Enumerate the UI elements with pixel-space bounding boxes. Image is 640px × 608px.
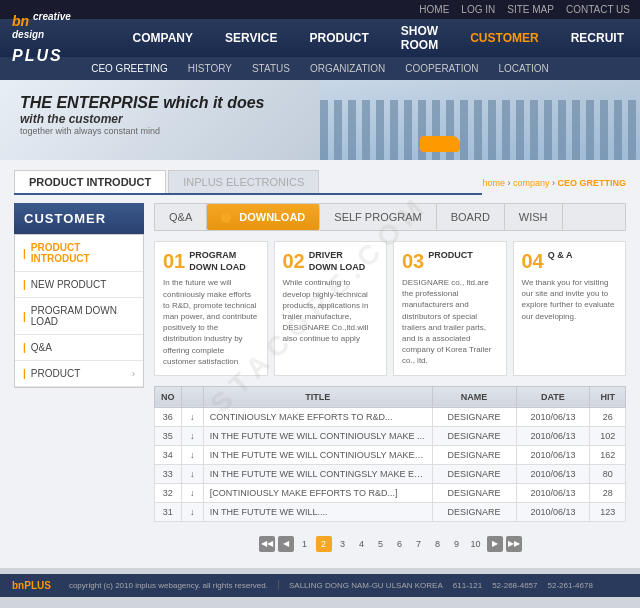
hero-car	[420, 136, 460, 152]
cell-hit: 28	[590, 483, 626, 502]
page-1[interactable]: 1	[297, 536, 313, 552]
nav-product[interactable]: PRODUCT	[294, 19, 385, 57]
table-row[interactable]: 32 ↓ [CONTINIOUSLY MAKE EFFORTS TO R&D..…	[155, 483, 626, 502]
pagination-first[interactable]: ◀◀	[259, 536, 275, 552]
sidebar-menu: PRODUCT INTRODUCT NEW PRODUCT PROGRAM DO…	[14, 234, 144, 388]
hero-heading: THE ENTERPRISE which it does	[20, 94, 620, 112]
download-icon[interactable]: ↓	[181, 464, 203, 483]
footer-fax: 52-261-4678	[548, 581, 593, 590]
cell-hit: 162	[590, 445, 626, 464]
top-nav-sitemap[interactable]: SITE MAP	[507, 4, 554, 15]
info-box-num-2: 02	[283, 250, 305, 273]
cell-no: 31	[155, 502, 182, 521]
table-row[interactable]: 35 ↓ IN THE FUTUTE WE WILL CONTINIOUSLY …	[155, 426, 626, 445]
subnav-status[interactable]: STATUS	[252, 63, 290, 74]
page-5[interactable]: 5	[373, 536, 389, 552]
nav-company[interactable]: COMPANY	[117, 19, 209, 57]
info-box-product: 03 PRODUCT DESIGNARE co., ltd.are the pr…	[393, 241, 507, 376]
tab-wish[interactable]: WISH	[505, 204, 563, 230]
pagination-next[interactable]: ▶	[487, 536, 503, 552]
page-9[interactable]: 9	[449, 536, 465, 552]
page-3[interactable]: 3	[335, 536, 351, 552]
page-4[interactable]: 4	[354, 536, 370, 552]
nav-service[interactable]: SERVICE	[209, 19, 293, 57]
table-row[interactable]: 36 ↓ CONTINIOUSLY MAKE EFFORTS TO R&D...…	[155, 407, 626, 426]
section-tabs: PRODUCT INTRODUCT INPLUS ELECTRONICS	[14, 170, 482, 195]
sidebar-item-new-product[interactable]: NEW PRODUCT	[15, 272, 143, 298]
table-row[interactable]: 33 ↓ IN THE FUTUTE WE WILL CONTINGSLY MA…	[155, 464, 626, 483]
hero-subheading: with the customer	[20, 112, 620, 126]
pagination-prev[interactable]: ◀	[278, 536, 294, 552]
cell-no: 34	[155, 445, 182, 464]
top-nav-login[interactable]: LOG IN	[461, 4, 495, 15]
sidebar-item-qanda[interactable]: Q&A	[15, 335, 143, 361]
col-no: NO	[155, 386, 182, 407]
page-8[interactable]: 8	[430, 536, 446, 552]
download-icon[interactable]: ↓	[181, 502, 203, 521]
tab-board[interactable]: BOARD	[437, 204, 505, 230]
page-7[interactable]: 7	[411, 536, 427, 552]
sidebar-item-label: PRODUCT INTRODUCT	[31, 242, 135, 264]
info-box-text-1: In the future we will continiously make …	[163, 277, 259, 367]
pagination-last[interactable]: ▶▶	[506, 536, 522, 552]
logo[interactable]: bn creative design PLUS	[0, 11, 117, 64]
subnav-history[interactable]: HISTORY	[188, 63, 232, 74]
subnav-ceo[interactable]: CEO GREETING	[91, 63, 168, 74]
sidebar-item-program-download[interactable]: PROGRAM DOWN LOAD	[15, 298, 143, 335]
cell-name: DESIGNARE	[432, 445, 516, 464]
table-row[interactable]: 31 ↓ IN THE FUTUTE WE WILL.... DESIGNARE…	[155, 502, 626, 521]
info-box-num-1: 01	[163, 250, 185, 273]
sidebar-item-product[interactable]: PRODUCT ›	[15, 361, 143, 387]
download-icon[interactable]: ↓	[181, 426, 203, 445]
data-table: NO TITLE NAME DATE HIT 36 ↓ CONTINIOUSLY…	[154, 386, 626, 522]
download-icon[interactable]: ↓	[181, 445, 203, 464]
tab-download[interactable]: DOWNLOAD	[207, 204, 320, 230]
nav-customer[interactable]: CUSTOMER	[454, 19, 554, 57]
cell-name: DESIGNARE	[432, 426, 516, 445]
tab-self-program[interactable]: SELF PROGRAM	[320, 204, 436, 230]
cell-no: 36	[155, 407, 182, 426]
info-box-text-3: DESIGNARE co., ltd.are the professional …	[402, 277, 498, 367]
breadcrumb-row: PRODUCT INTRODUCT INPLUS ELECTRONICS hom…	[14, 170, 626, 195]
top-nav-home[interactable]: HOME	[419, 4, 449, 15]
sidebar-item-label: Q&A	[31, 342, 52, 353]
info-box-label-1a: PROGRAM	[189, 250, 246, 262]
page-2[interactable]: 2	[316, 536, 332, 552]
cell-name: DESIGNARE	[432, 483, 516, 502]
footer-tel1: 611-121	[453, 581, 482, 590]
tab-qanda[interactable]: Q&A	[155, 204, 207, 230]
footer-logo: bnPLUS	[12, 580, 51, 591]
nav-recruit[interactable]: RECRUIT	[555, 19, 640, 57]
section-tab-product[interactable]: PRODUCT INTRODUCT	[14, 170, 166, 193]
sidebar-item-product-introduct[interactable]: PRODUCT INTRODUCT	[15, 235, 143, 272]
footer-divider	[278, 580, 279, 590]
breadcrumb: home › company › CEO GRETTING	[482, 178, 626, 188]
info-box-num-3: 03	[402, 250, 424, 273]
sidebar-title: CUSTOMER	[14, 203, 144, 234]
page-6[interactable]: 6	[392, 536, 408, 552]
footer-tel2: 52-268-4657	[492, 581, 537, 590]
top-nav-contact[interactable]: CONTACT US	[566, 4, 630, 15]
info-box-label-2b: DOWN LOAD	[309, 262, 366, 274]
hero-tagline: together with always constant mind	[20, 126, 620, 136]
subnav-organization[interactable]: ORGANIZATION	[310, 63, 385, 74]
sidebar-item-label: PRODUCT	[31, 368, 80, 379]
nav-items: COMPANY SERVICE PRODUCT SHOW ROOM CUSTOM…	[117, 19, 640, 57]
subnav-location[interactable]: LOCATION	[498, 63, 548, 74]
nav-showroom[interactable]: SHOW ROOM	[385, 19, 454, 57]
body-wrap: CUSTOMER PRODUCT INTRODUCT NEW PRODUCT P…	[14, 203, 626, 558]
cell-no: 35	[155, 426, 182, 445]
download-icon[interactable]: ↓	[181, 483, 203, 502]
subnav-cooperation[interactable]: COOPERATION	[405, 63, 478, 74]
logo-text: bn creative design PLUS	[12, 11, 105, 64]
content-area: PRODUCT INTRODUCT INPLUS ELECTRONICS hom…	[0, 160, 640, 568]
sidebar-item-label: PROGRAM DOWN LOAD	[31, 305, 135, 327]
section-tab-inplus[interactable]: INPLUS ELECTRONICS	[168, 170, 319, 193]
cell-name: DESIGNARE	[432, 464, 516, 483]
footer: bnPLUS copyright (c) 2010 inplus webagen…	[0, 574, 640, 597]
footer-copyright: copyright (c) 2010 inplus webagency. all…	[69, 581, 268, 590]
page-10[interactable]: 10	[468, 536, 484, 552]
content-tabs: Q&A DOWNLOAD SELF PROGRAM BOARD WISH	[154, 203, 626, 231]
table-row[interactable]: 34 ↓ IN THE FUTUTE WE WILL CONTINIOUSLY …	[155, 445, 626, 464]
download-icon[interactable]: ↓	[181, 407, 203, 426]
